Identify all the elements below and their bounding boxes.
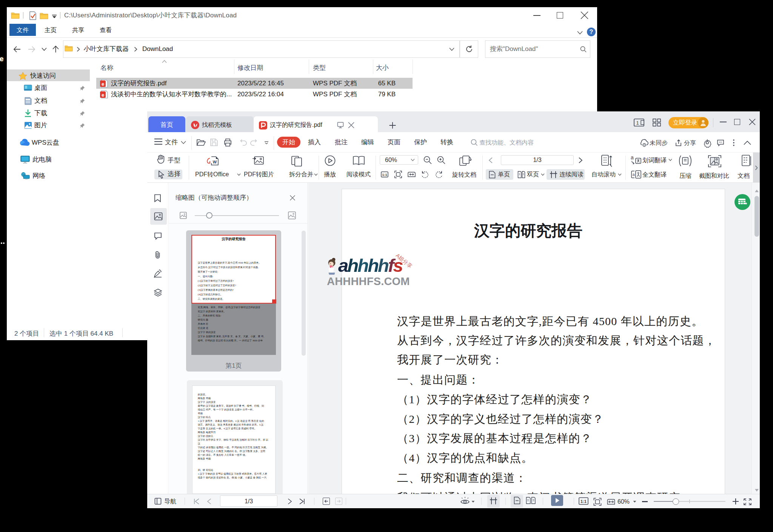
svg-text:1: 1 [636,120,639,126]
svg-text:1:1: 1:1 [382,173,387,177]
svg-text:1:1: 1:1 [581,499,587,504]
svg-text:a: a [631,154,634,160]
svg-text:a: a [633,172,635,177]
svg-text:e: e [102,92,104,98]
svg-text:e: e [102,81,104,87]
svg-text:W: W [213,160,217,164]
